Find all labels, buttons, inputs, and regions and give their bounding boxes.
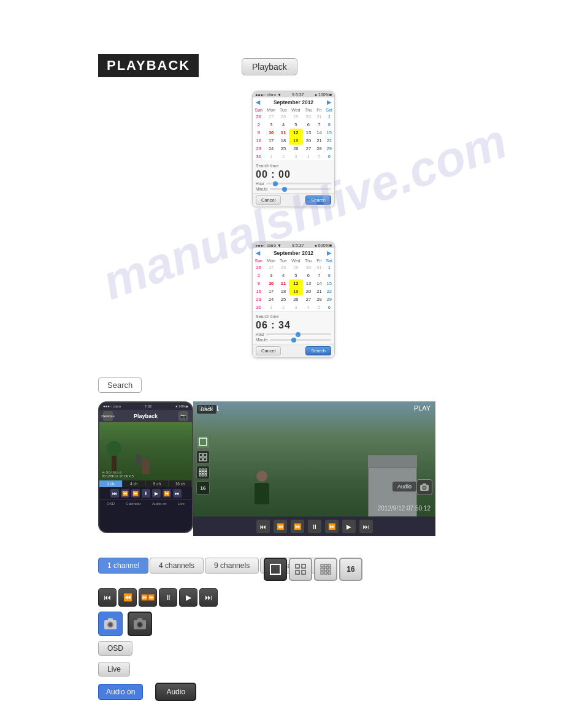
iphone-live-btn[interactable]: Live xyxy=(176,501,186,506)
cal2-day[interactable]: 3 xyxy=(289,303,302,311)
cal1-next-arrow[interactable]: ▶ xyxy=(327,99,331,105)
iphone-ch-9[interactable]: 9 ch xyxy=(146,480,169,487)
video-snapshot-button[interactable] xyxy=(416,479,432,495)
iphone-calendar-btn[interactable]: Calendar xyxy=(124,501,142,506)
cal2-day[interactable]: 6 xyxy=(324,303,334,311)
cal2-day[interactable]: 7 xyxy=(314,271,324,279)
cal1-min-track[interactable] xyxy=(270,188,331,190)
iphone-ch-16[interactable]: 16 ch xyxy=(169,480,192,487)
cal1-day[interactable]: 20 xyxy=(303,137,315,145)
vp-skip-first[interactable]: ⏮ xyxy=(256,520,270,533)
cal1-day[interactable]: 11 xyxy=(278,129,289,137)
view-16-btn[interactable]: 16 xyxy=(196,481,210,495)
cal1-day-today[interactable]: 12 xyxy=(289,129,302,137)
cal2-hour-thumb[interactable] xyxy=(296,332,301,337)
iphone-skip-first[interactable]: ⏮ xyxy=(110,489,119,498)
cal2-day[interactable]: 17 xyxy=(264,287,277,295)
cal2-day[interactable]: 21 xyxy=(314,287,324,295)
pb-rewind[interactable]: ⏪ xyxy=(118,588,137,607)
cal2-day[interactable]: 5 xyxy=(289,271,302,279)
osd-button[interactable]: OSD xyxy=(98,641,132,656)
cal1-day[interactable]: 27 xyxy=(264,113,277,121)
video-audio-button[interactable]: Audio xyxy=(392,481,417,492)
video-back-button[interactable]: Back xyxy=(196,404,217,414)
cal2-day-today[interactable]: 12 xyxy=(289,279,302,287)
cal1-day[interactable]: 8 xyxy=(324,121,334,129)
iphone-osd-btn[interactable]: OSD xyxy=(105,501,117,506)
vp-rewind[interactable]: ⏪ xyxy=(274,520,287,533)
cal1-day[interactable]: 28 xyxy=(314,145,324,153)
vp-pause[interactable]: ⏸ xyxy=(308,520,321,533)
cal2-day[interactable]: 11 xyxy=(278,279,289,287)
cal2-day[interactable]: 19 xyxy=(289,287,302,295)
iphone-skip-last[interactable]: ⏭ xyxy=(173,489,182,498)
live-button[interactable]: Live xyxy=(98,662,130,677)
cal1-search-button[interactable]: Search xyxy=(305,195,331,205)
audio-dark-button[interactable]: Audio xyxy=(155,683,196,701)
pb-play[interactable]: ▶ xyxy=(179,588,197,607)
ch-btn-4[interactable]: 4 channels xyxy=(150,558,204,574)
cal2-day[interactable]: 3 xyxy=(264,271,277,279)
cal1-day[interactable]: 9 xyxy=(253,129,264,137)
snapshot-btn-1[interactable] xyxy=(98,612,123,636)
cal1-hour-track[interactable] xyxy=(266,183,331,184)
cal1-day[interactable]: 25 xyxy=(278,145,289,153)
cal2-day[interactable]: 4 xyxy=(303,303,315,311)
snapshot-btn-2[interactable] xyxy=(128,612,152,636)
iphone-camera-icon[interactable]: 📷 xyxy=(178,411,188,421)
cal1-day[interactable]: 2 xyxy=(278,153,289,161)
cal1-day[interactable]: 6 xyxy=(303,121,315,129)
cal1-day[interactable]: 2 xyxy=(253,121,264,129)
cal1-day[interactable]: 28 xyxy=(278,113,289,121)
cal1-day[interactable]: 19 xyxy=(289,137,302,145)
cal2-day[interactable]: 28 xyxy=(278,264,289,271)
vm-btn-9[interactable] xyxy=(314,558,337,581)
vm-btn-4[interactable] xyxy=(289,558,312,581)
cal2-day[interactable]: 6 xyxy=(303,271,315,279)
cal2-day[interactable]: 14 xyxy=(314,279,324,287)
iphone-play[interactable]: ▶ xyxy=(152,489,161,498)
cal1-day[interactable]: 4 xyxy=(303,153,315,161)
ch-btn-1[interactable]: 1 channel xyxy=(98,558,148,574)
cal1-day[interactable]: 13 xyxy=(303,129,315,137)
cal1-day[interactable]: 1 xyxy=(324,113,334,121)
cal1-day[interactable]: 30 xyxy=(303,113,315,121)
cal2-day[interactable]: 20 xyxy=(303,287,315,295)
cal1-day[interactable]: 3 xyxy=(264,121,277,129)
cal2-day[interactable]: 8 xyxy=(324,271,334,279)
cal1-day[interactable]: 6 xyxy=(324,153,334,161)
vm-btn-16[interactable]: 16 xyxy=(339,558,362,581)
cal2-day[interactable]: 22 xyxy=(324,287,334,295)
ch-btn-9[interactable]: 9 channels xyxy=(205,558,259,574)
vp-play[interactable]: ▶ xyxy=(342,520,356,533)
cal1-day[interactable]: 23 xyxy=(253,145,264,153)
playback-button[interactable]: Playback xyxy=(242,58,297,75)
cal2-day[interactable]: 9 xyxy=(253,279,264,287)
pb-fast-rewind[interactable]: ⏩⏩ xyxy=(139,588,157,607)
pb-skip-last[interactable]: ⏭ xyxy=(199,588,218,607)
cal2-day[interactable]: 16 xyxy=(253,287,264,295)
cal1-day[interactable]: 29 xyxy=(289,113,302,121)
cal2-min-thumb[interactable] xyxy=(291,338,296,343)
cal1-day[interactable]: 27 xyxy=(303,145,315,153)
cal2-prev-arrow[interactable]: ◀ xyxy=(256,250,260,256)
cal1-day[interactable]: 21 xyxy=(314,137,324,145)
cal1-day[interactable]: 5 xyxy=(314,153,324,161)
cal2-day[interactable]: 26 xyxy=(289,295,302,303)
cal2-cancel-button[interactable]: Cancel xyxy=(256,346,281,355)
cal1-min-thumb[interactable] xyxy=(282,187,287,192)
cal2-day[interactable]: 27 xyxy=(303,295,315,303)
cal2-hour-track[interactable] xyxy=(266,333,331,335)
cal2-day[interactable]: 1 xyxy=(324,264,334,271)
cal1-day[interactable]: 3 xyxy=(289,153,302,161)
cal1-day[interactable]: 24 xyxy=(264,145,277,153)
cal2-day[interactable]: 5 xyxy=(314,303,324,311)
cal2-day[interactable]: 18 xyxy=(278,287,289,295)
cal1-day[interactable]: 7 xyxy=(314,121,324,129)
pb-skip-first[interactable]: ⏮ xyxy=(98,588,117,607)
iphone-pause[interactable]: ⏸ xyxy=(142,489,150,498)
iphone-ch-1[interactable]: 1 ch xyxy=(99,480,123,487)
cal1-day[interactable]: 29 xyxy=(324,145,334,153)
cal1-day[interactable]: 15 xyxy=(324,129,334,137)
cal2-day[interactable]: 27 xyxy=(264,264,277,271)
